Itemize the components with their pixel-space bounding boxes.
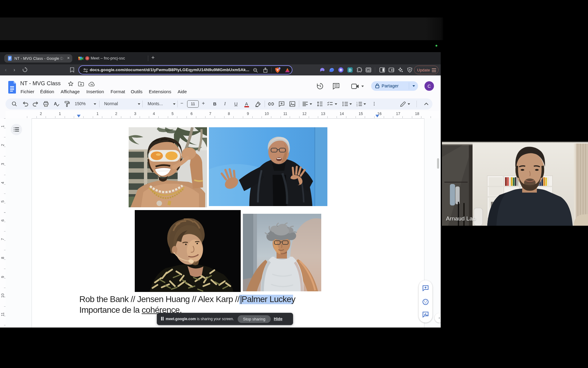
- svg-text:D: D: [349, 68, 352, 72]
- svg-text:3: 3: [356, 105, 358, 106]
- svg-text:7: 7: [279, 67, 280, 69]
